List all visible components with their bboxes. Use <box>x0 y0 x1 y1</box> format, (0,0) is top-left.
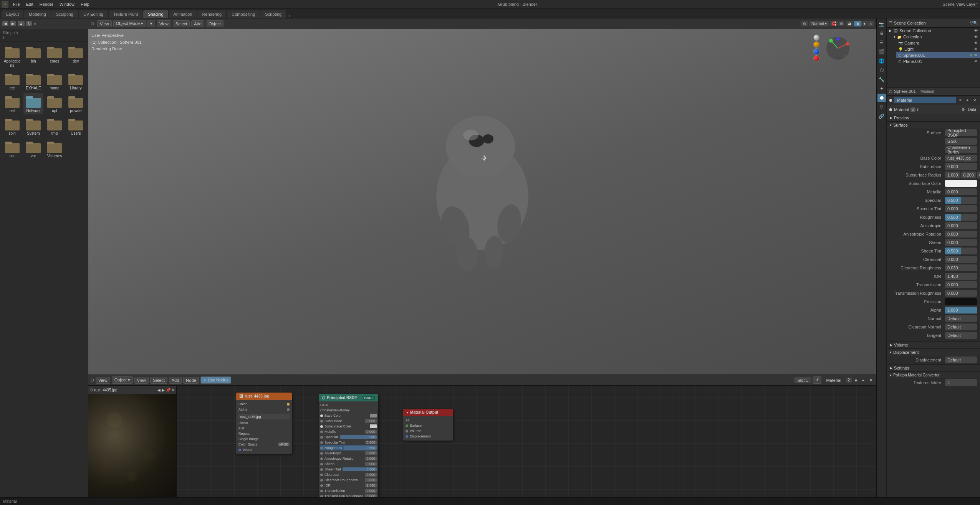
bsdf-ior-dot[interactable] <box>320 484 323 487</box>
folder-etc[interactable]: etc <box>2 71 22 92</box>
mat-sheentint-value[interactable]: 0.500 <box>945 248 977 254</box>
tex-prev-btn[interactable]: ◀ <box>157 388 161 392</box>
outliner-scene-eye[interactable]: 👁 <box>974 29 978 33</box>
folder-library[interactable]: Library <box>66 71 86 92</box>
prop-scene-btn[interactable]: 🎬 <box>877 48 886 56</box>
mat-settings-toggle[interactable]: ▶ Settings <box>887 364 980 371</box>
mat-subsmethod-value[interactable]: Christensen-Burley <box>945 146 977 153</box>
prop-render-btn[interactable]: 📷 <box>877 20 886 28</box>
texture-vector-dot[interactable] <box>238 449 241 451</box>
tab-layout[interactable]: Layout <box>2 10 23 18</box>
add-btn[interactable]: Add <box>191 20 204 27</box>
bsdf-transrough-dot[interactable] <box>320 495 323 498</box>
output-node[interactable]: ● Material Output All Surface <box>403 409 453 441</box>
mat-subsurface-value[interactable]: 0.000 <box>945 163 977 170</box>
mat-clearcoat-value[interactable]: 0.000 <box>945 256 977 263</box>
file-browser-back-btn[interactable]: ◀ <box>2 21 8 26</box>
tab-animation[interactable]: Animation <box>169 10 197 18</box>
mat-coatrough-value[interactable]: 0.030 <box>945 264 977 271</box>
node-object-btn[interactable]: Object ▾ <box>112 376 133 384</box>
output-displace-dot[interactable] <box>406 435 408 438</box>
bsdf-coat-dot[interactable] <box>320 474 323 476</box>
texture-node[interactable]: 🖼 rust_4435.jpg Color Alpha <box>236 393 292 454</box>
tab-uv-editing[interactable]: UV Editing <box>79 10 108 18</box>
folder-system[interactable]: System <box>23 116 43 137</box>
texture-alpha-dot[interactable] <box>287 408 290 411</box>
outliner-item-collection[interactable]: ▾ 📁 Collection 👁 <box>891 34 980 40</box>
tab-compositing[interactable]: Compositing <box>227 10 260 18</box>
prop-object-btn[interactable]: ⬡ <box>877 66 886 74</box>
bsdf-anisorot-dot[interactable] <box>320 457 323 460</box>
global-btn[interactable]: Normal ▾ <box>809 21 829 26</box>
mat-anisorot-value[interactable]: 0.000 <box>945 231 977 238</box>
prop-data-btn[interactable]: ▽ <box>877 103 886 111</box>
outliner-filter-btn[interactable]: ▽ <box>970 21 973 25</box>
texture-filename[interactable]: rust_4435.jpg <box>238 414 290 419</box>
mat-normal-value[interactable]: Default <box>945 315 977 322</box>
tab-sculpting[interactable]: Sculpting <box>51 10 78 18</box>
mat-slot-new[interactable]: + <box>965 97 970 103</box>
file-browser-refresh-btn[interactable]: ↻ <box>26 21 32 26</box>
bsdf-trans-dot[interactable] <box>320 490 323 492</box>
object-mode-btn[interactable]: Object Mode ▾ <box>113 20 146 27</box>
bsdf-aniso-dot[interactable] <box>320 452 323 455</box>
mat-emission-swatch[interactable] <box>945 298 977 305</box>
mat-specular-value[interactable]: 0.500 <box>945 197 977 204</box>
bsdf-basecolor-in-dot[interactable] <box>320 414 323 417</box>
mat-poliigon-toggle[interactable]: ▾ Poliigon Material Converter <box>887 371 980 378</box>
menu-render[interactable]: Render <box>36 1 56 7</box>
menu-edit[interactable]: Edit <box>23 1 36 7</box>
mat-aniso-value[interactable]: 0.000 <box>945 222 977 229</box>
mat-dist-value[interactable]: GGX <box>945 138 977 145</box>
prop-world-btn[interactable]: 🌐 <box>877 57 886 65</box>
file-browser-up-btn[interactable]: ▲ <box>18 21 25 26</box>
tab-rendering[interactable]: Rendering <box>197 10 226 18</box>
outliner-item-plane[interactable]: ⬡ Plane.001 👁 <box>896 58 980 64</box>
folder-usr[interactable]: usr <box>2 139 22 160</box>
mat-metallic-value[interactable]: 0.000 <box>945 188 977 195</box>
file-browser-fwd-btn[interactable]: ▶ <box>10 21 16 26</box>
bsdf-sub-dot[interactable] <box>320 420 323 422</box>
object-btn[interactable]: Object <box>206 20 223 27</box>
output-surface-dot[interactable] <box>406 424 408 427</box>
solid-shade-btn[interactable]: ◕ <box>846 21 853 26</box>
folder-exhale[interactable]: EXHALE <box>23 71 43 92</box>
mat-sheen-value[interactable]: 0.000 <box>945 239 977 246</box>
mat-transrough-value[interactable]: 0.000 <box>945 290 977 297</box>
mat-trans-value[interactable]: 0.000 <box>945 281 977 288</box>
prop-material-btn[interactable]: ⬢ <box>877 94 886 102</box>
node-material-btn[interactable]: ↺ <box>813 376 821 384</box>
view-btn[interactable]: View <box>97 20 112 27</box>
outliner-item-scene[interactable]: ▶ 🎬 Scene Collection 👁 <box>887 28 980 34</box>
mat-subsrad-g[interactable]: 0.200 <box>961 172 977 178</box>
bsdf-node[interactable]: ⬡ Principled BSDF BSDF GGX Christensen-B… <box>319 394 378 497</box>
outliner-light-eye[interactable]: 👁 <box>974 47 978 51</box>
mat-displace-value[interactable]: Default <box>945 356 977 363</box>
bsdf-spec-dot[interactable] <box>320 436 323 439</box>
snapping-btn[interactable]: 🧲 <box>830 21 838 26</box>
node-mat-add-btn[interactable]: + <box>861 377 866 383</box>
bsdf-spectint-dot[interactable] <box>320 441 323 444</box>
material-shade-btn[interactable]: ◑ <box>854 21 861 26</box>
outliner-item-light[interactable]: 💡 Light 👁 <box>896 46 980 52</box>
tex-next-btn[interactable]: ▶ <box>162 388 165 392</box>
prop-particles-btn[interactable]: ✦ <box>877 84 886 93</box>
folder-network[interactable]: Network <box>23 93 43 114</box>
mat-subsrad-b[interactable]: 0.100 <box>977 172 980 178</box>
mat-roughness-value[interactable]: 0.500 <box>945 214 977 221</box>
tab-texture-paint[interactable]: Texture Paint <box>109 10 142 18</box>
tab-scripting[interactable]: Scripting <box>260 10 286 18</box>
prop-modifier-btn[interactable]: 🔧 <box>877 75 886 84</box>
bsdf-subcol-dot[interactable] <box>320 425 323 428</box>
bsdf-rough-dot[interactable] <box>320 447 323 449</box>
tex-pin-btn[interactable]: 📌 <box>166 388 171 392</box>
select-btn[interactable]: Select <box>173 20 190 27</box>
folder-volumes[interactable]: Volumes <box>45 139 65 160</box>
texture-color-dot[interactable] <box>287 403 290 406</box>
outliner-plane-eye[interactable]: 👁 <box>974 59 978 63</box>
view-gizmo[interactable] <box>823 33 853 64</box>
node-select-btn[interactable]: View <box>134 377 149 384</box>
mat-data-btn[interactable]: Data <box>967 107 978 112</box>
folder-bin[interactable]: bin <box>23 44 43 69</box>
menu-help[interactable]: Help <box>78 1 93 7</box>
